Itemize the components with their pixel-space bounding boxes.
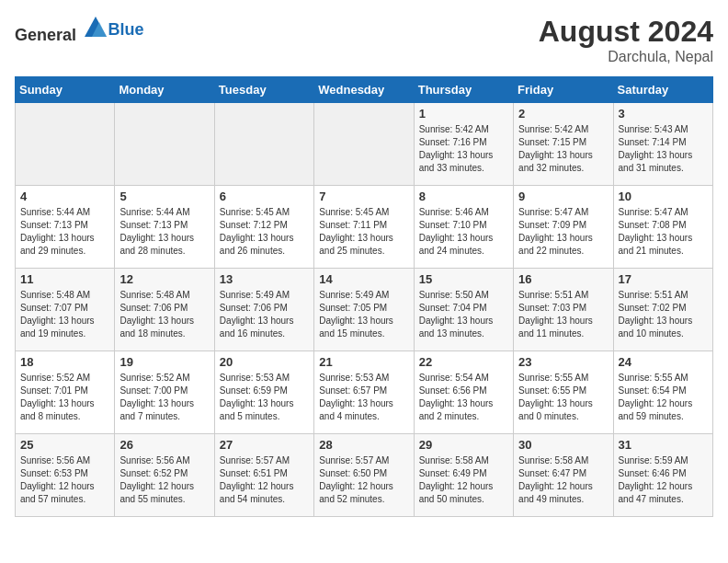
day-number: 4 bbox=[20, 190, 109, 203]
calendar-table: SundayMondayTuesdayWednesdayThursdayFrid… bbox=[15, 76, 713, 517]
day-number: 31 bbox=[619, 438, 708, 452]
day-info: Sunrise: 5:58 AMSunset: 6:49 PMDaylight:… bbox=[419, 454, 508, 506]
logo: General Blue bbox=[15, 15, 144, 45]
calendar-cell: 24Sunrise: 5:55 AMSunset: 6:54 PMDayligh… bbox=[613, 351, 712, 434]
calendar-body: 1Sunrise: 5:42 AMSunset: 7:16 PMDaylight… bbox=[16, 103, 713, 517]
calendar-cell: 20Sunrise: 5:53 AMSunset: 6:59 PMDayligh… bbox=[214, 351, 313, 434]
header-day-wednesday: Wednesday bbox=[314, 77, 414, 103]
day-info: Sunrise: 5:49 AMSunset: 7:06 PMDaylight:… bbox=[220, 289, 309, 340]
day-number: 27 bbox=[220, 438, 309, 452]
header-day-monday: Monday bbox=[115, 77, 214, 103]
logo-blue-text: Blue bbox=[108, 20, 144, 39]
day-number: 9 bbox=[518, 190, 608, 203]
calendar-cell: 2Sunrise: 5:42 AMSunset: 7:15 PMDaylight… bbox=[514, 103, 613, 186]
day-info: Sunrise: 5:42 AMSunset: 7:15 PMDaylight:… bbox=[518, 123, 608, 175]
day-info: Sunrise: 5:42 AMSunset: 7:16 PMDaylight:… bbox=[419, 123, 508, 175]
header-day-tuesday: Tuesday bbox=[214, 77, 313, 103]
calendar-cell: 19Sunrise: 5:52 AMSunset: 7:00 PMDayligh… bbox=[115, 351, 214, 434]
day-info: Sunrise: 5:45 AMSunset: 7:11 PMDaylight:… bbox=[319, 206, 408, 258]
day-info: Sunrise: 5:52 AMSunset: 7:01 PMDaylight:… bbox=[20, 372, 109, 423]
day-number: 2 bbox=[518, 107, 608, 121]
calendar-cell: 3Sunrise: 5:43 AMSunset: 7:14 PMDaylight… bbox=[613, 103, 712, 186]
day-info: Sunrise: 5:44 AMSunset: 7:13 PMDaylight:… bbox=[20, 206, 109, 258]
title-block: August 2024 Darchula, Nepal bbox=[539, 15, 713, 65]
day-number: 20 bbox=[220, 355, 309, 369]
calendar-cell: 1Sunrise: 5:42 AMSunset: 7:16 PMDaylight… bbox=[414, 103, 513, 186]
logo-general-text: General bbox=[15, 26, 76, 44]
day-info: Sunrise: 5:44 AMSunset: 7:13 PMDaylight:… bbox=[119, 206, 209, 258]
calendar-cell: 9Sunrise: 5:47 AMSunset: 7:09 PMDaylight… bbox=[514, 186, 613, 269]
day-number: 5 bbox=[119, 190, 209, 203]
week-row-3: 11Sunrise: 5:48 AMSunset: 7:07 PMDayligh… bbox=[16, 269, 713, 351]
day-number: 3 bbox=[619, 107, 708, 121]
calendar-cell: 31Sunrise: 5:59 AMSunset: 6:46 PMDayligh… bbox=[613, 434, 712, 517]
day-info: Sunrise: 5:43 AMSunset: 7:14 PMDaylight:… bbox=[619, 123, 708, 175]
week-row-2: 4Sunrise: 5:44 AMSunset: 7:13 PMDaylight… bbox=[16, 186, 713, 269]
day-info: Sunrise: 5:55 AMSunset: 6:55 PMDaylight:… bbox=[518, 372, 608, 423]
main-title: August 2024 bbox=[539, 15, 713, 49]
day-info: Sunrise: 5:47 AMSunset: 7:09 PMDaylight:… bbox=[518, 206, 608, 258]
calendar-cell: 7Sunrise: 5:45 AMSunset: 7:11 PMDaylight… bbox=[314, 186, 414, 269]
calendar-cell: 21Sunrise: 5:53 AMSunset: 6:57 PMDayligh… bbox=[314, 351, 414, 434]
day-number: 6 bbox=[220, 190, 309, 203]
day-number: 8 bbox=[419, 190, 508, 203]
calendar-cell: 27Sunrise: 5:57 AMSunset: 6:51 PMDayligh… bbox=[214, 434, 313, 517]
day-info: Sunrise: 5:57 AMSunset: 6:51 PMDaylight:… bbox=[220, 454, 309, 506]
calendar-header: SundayMondayTuesdayWednesdayThursdayFrid… bbox=[16, 77, 713, 103]
header-day-saturday: Saturday bbox=[613, 77, 712, 103]
day-info: Sunrise: 5:59 AMSunset: 6:46 PMDaylight:… bbox=[619, 454, 708, 506]
calendar-cell: 16Sunrise: 5:51 AMSunset: 7:03 PMDayligh… bbox=[514, 269, 613, 351]
day-number: 30 bbox=[518, 438, 608, 452]
day-info: Sunrise: 5:57 AMSunset: 6:50 PMDaylight:… bbox=[319, 454, 408, 506]
day-number: 12 bbox=[119, 272, 209, 286]
day-info: Sunrise: 5:50 AMSunset: 7:04 PMDaylight:… bbox=[419, 289, 508, 340]
day-info: Sunrise: 5:46 AMSunset: 7:10 PMDaylight:… bbox=[419, 206, 508, 258]
calendar-cell bbox=[115, 103, 214, 186]
week-row-1: 1Sunrise: 5:42 AMSunset: 7:16 PMDaylight… bbox=[16, 103, 713, 186]
page-header: General Blue August 2024 Darchula, Nepal bbox=[15, 15, 713, 65]
header-day-sunday: Sunday bbox=[16, 77, 115, 103]
day-info: Sunrise: 5:49 AMSunset: 7:05 PMDaylight:… bbox=[319, 289, 408, 340]
calendar-cell: 26Sunrise: 5:56 AMSunset: 6:52 PMDayligh… bbox=[115, 434, 214, 517]
header-row: SundayMondayTuesdayWednesdayThursdayFrid… bbox=[16, 77, 713, 103]
day-number: 18 bbox=[20, 355, 109, 369]
calendar-cell: 6Sunrise: 5:45 AMSunset: 7:12 PMDaylight… bbox=[214, 186, 313, 269]
day-number: 24 bbox=[619, 355, 708, 369]
week-row-4: 18Sunrise: 5:52 AMSunset: 7:01 PMDayligh… bbox=[16, 351, 713, 434]
day-number: 21 bbox=[319, 355, 408, 369]
calendar-cell: 14Sunrise: 5:49 AMSunset: 7:05 PMDayligh… bbox=[314, 269, 414, 351]
day-number: 13 bbox=[220, 272, 309, 286]
day-number: 7 bbox=[319, 190, 408, 203]
calendar-cell: 29Sunrise: 5:58 AMSunset: 6:49 PMDayligh… bbox=[414, 434, 513, 517]
day-info: Sunrise: 5:58 AMSunset: 6:47 PMDaylight:… bbox=[518, 454, 608, 506]
day-info: Sunrise: 5:56 AMSunset: 6:53 PMDaylight:… bbox=[20, 454, 109, 506]
day-number: 1 bbox=[419, 107, 508, 121]
day-number: 11 bbox=[20, 272, 109, 286]
day-number: 23 bbox=[518, 355, 608, 369]
calendar-cell: 5Sunrise: 5:44 AMSunset: 7:13 PMDaylight… bbox=[115, 186, 214, 269]
calendar-cell: 10Sunrise: 5:47 AMSunset: 7:08 PMDayligh… bbox=[613, 186, 712, 269]
logo-icon bbox=[83, 15, 108, 40]
calendar-cell: 25Sunrise: 5:56 AMSunset: 6:53 PMDayligh… bbox=[16, 434, 115, 517]
day-info: Sunrise: 5:48 AMSunset: 7:06 PMDaylight:… bbox=[119, 289, 209, 340]
day-info: Sunrise: 5:52 AMSunset: 7:00 PMDaylight:… bbox=[119, 372, 209, 423]
calendar-cell: 11Sunrise: 5:48 AMSunset: 7:07 PMDayligh… bbox=[16, 269, 115, 351]
day-info: Sunrise: 5:45 AMSunset: 7:12 PMDaylight:… bbox=[220, 206, 309, 258]
header-day-thursday: Thursday bbox=[414, 77, 513, 103]
day-number: 28 bbox=[319, 438, 408, 452]
day-number: 16 bbox=[518, 272, 608, 286]
calendar-cell: 8Sunrise: 5:46 AMSunset: 7:10 PMDaylight… bbox=[414, 186, 513, 269]
day-info: Sunrise: 5:53 AMSunset: 6:59 PMDaylight:… bbox=[220, 372, 309, 423]
day-info: Sunrise: 5:53 AMSunset: 6:57 PMDaylight:… bbox=[319, 372, 408, 423]
day-info: Sunrise: 5:54 AMSunset: 6:56 PMDaylight:… bbox=[419, 372, 508, 423]
calendar-cell bbox=[214, 103, 313, 186]
day-number: 10 bbox=[619, 190, 708, 203]
calendar-cell bbox=[16, 103, 115, 186]
day-number: 17 bbox=[619, 272, 708, 286]
day-number: 15 bbox=[419, 272, 508, 286]
calendar-cell: 22Sunrise: 5:54 AMSunset: 6:56 PMDayligh… bbox=[414, 351, 513, 434]
day-number: 19 bbox=[119, 355, 209, 369]
calendar-cell: 15Sunrise: 5:50 AMSunset: 7:04 PMDayligh… bbox=[414, 269, 513, 351]
calendar-cell: 13Sunrise: 5:49 AMSunset: 7:06 PMDayligh… bbox=[214, 269, 313, 351]
calendar-cell bbox=[314, 103, 414, 186]
